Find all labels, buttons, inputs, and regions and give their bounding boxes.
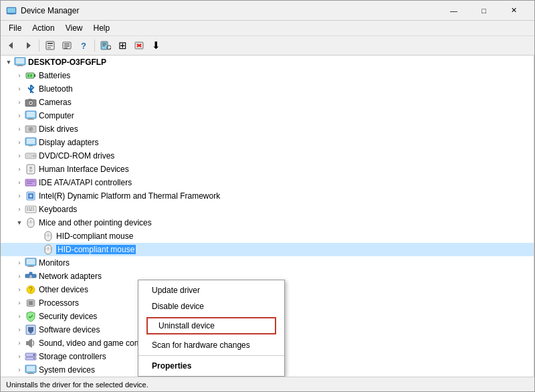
svg-rect-50 bbox=[29, 171, 32, 172]
svg-rect-29 bbox=[30, 74, 32, 77]
svg-rect-11 bbox=[64, 45, 70, 47]
tree-item-hid-mouse-1[interactable]: › HID-compliant mouse bbox=[1, 229, 534, 243]
svg-rect-52 bbox=[27, 181, 35, 182]
ctx-uninstall-device[interactable]: Uninstall device bbox=[146, 317, 276, 334]
system-expand[interactable]: › bbox=[14, 365, 25, 375]
software-expand[interactable]: › bbox=[14, 324, 25, 335]
svg-marker-96 bbox=[29, 338, 32, 348]
tree-item-monitors[interactable]: › Monitors bbox=[1, 256, 534, 270]
ctx-properties[interactable]: Properties bbox=[138, 358, 284, 374]
intel-expand[interactable]: › bbox=[14, 191, 25, 201]
intel-icon bbox=[25, 190, 37, 202]
svg-rect-104 bbox=[27, 373, 34, 374]
tree-item-dvd[interactable]: › DVD/CD-ROM drives bbox=[1, 149, 534, 163]
back-button[interactable] bbox=[3, 38, 19, 53]
tree-item-disk[interactable]: › Disk drives bbox=[1, 122, 534, 136]
security-icon bbox=[25, 310, 37, 322]
hid-label: Human Interface Devices bbox=[39, 165, 129, 174]
tree-item-keyboards[interactable]: › Keyboards bbox=[1, 203, 534, 216]
content-area: ▼ DESKTOP-O3FGFLP › Batter bbox=[1, 56, 534, 377]
svg-rect-61 bbox=[33, 207, 34, 209]
network-icon bbox=[25, 270, 37, 282]
list-button[interactable] bbox=[59, 38, 75, 53]
other-icon: ? bbox=[25, 284, 37, 296]
forward-button[interactable] bbox=[20, 38, 36, 53]
download-button[interactable]: ⬇ bbox=[148, 38, 164, 53]
processors-expand[interactable]: › bbox=[14, 298, 25, 308]
tree-item-intel[interactable]: › Intel(R) Dynamic Platform and Thermal … bbox=[1, 189, 534, 203]
mice-expand[interactable]: ▼ bbox=[14, 217, 25, 228]
computer2-icon bbox=[25, 110, 37, 122]
tree-item-ide[interactable]: › IDE ATA/ATAPI controllers bbox=[1, 176, 534, 189]
computer-icon bbox=[14, 56, 26, 68]
ide-icon bbox=[25, 177, 37, 189]
tree-panel[interactable]: ▼ DESKTOP-O3FGFLP › Batter bbox=[1, 56, 534, 377]
menu-help[interactable]: Help bbox=[88, 22, 116, 34]
monitors-icon bbox=[25, 257, 37, 269]
dvd-expand[interactable]: › bbox=[14, 151, 25, 161]
tree-root[interactable]: ▼ DESKTOP-O3FGFLP bbox=[1, 56, 534, 69]
tree-item-computer[interactable]: › Computer bbox=[1, 109, 534, 122]
security-label: Security devices bbox=[39, 312, 97, 321]
dvd-label: DVD/CD-ROM drives bbox=[39, 151, 114, 161]
keyboards-expand[interactable]: › bbox=[14, 204, 25, 215]
svg-rect-86 bbox=[29, 301, 33, 305]
svg-rect-35 bbox=[27, 112, 35, 117]
uninstall-button[interactable] bbox=[131, 38, 147, 53]
software-icon bbox=[25, 324, 37, 336]
storage-expand[interactable]: › bbox=[14, 351, 25, 362]
svg-rect-45 bbox=[27, 155, 32, 157]
properties-button[interactable] bbox=[42, 38, 58, 53]
tree-item-bluetooth[interactable]: › Bluetooth bbox=[1, 82, 534, 96]
svg-rect-28 bbox=[27, 74, 29, 77]
root-expand-icon[interactable]: ▼ bbox=[3, 57, 14, 68]
menu-action[interactable]: Action bbox=[27, 22, 60, 34]
intel-label: Intel(R) Dynamic Platform and Thermal Fr… bbox=[39, 191, 220, 201]
dvd-icon bbox=[25, 150, 37, 162]
help-button[interactable]: ? bbox=[76, 38, 92, 53]
tree-item-batteries[interactable]: › Batteries bbox=[1, 69, 534, 82]
sound-expand[interactable]: › bbox=[14, 338, 25, 349]
svg-rect-53 bbox=[27, 183, 32, 184]
security-expand[interactable]: › bbox=[14, 311, 25, 322]
computer-expand[interactable]: › bbox=[14, 110, 25, 121]
batteries-expand[interactable]: › bbox=[14, 70, 25, 81]
maximize-button[interactable]: □ bbox=[469, 1, 499, 21]
ide-expand[interactable]: › bbox=[14, 177, 25, 188]
disk-icon bbox=[25, 123, 37, 135]
tree-item-display[interactable]: › Display adapters bbox=[1, 136, 534, 149]
svg-rect-80 bbox=[32, 274, 36, 278]
ctx-update-driver[interactable]: Update driver bbox=[138, 282, 284, 298]
hid-mouse1-icon bbox=[42, 230, 54, 242]
tree-item-mice[interactable]: ▼ Mice and other pointing devices bbox=[1, 216, 534, 229]
toolbar-separator-2 bbox=[94, 39, 95, 52]
ide-label: IDE ATA/ATAPI controllers bbox=[39, 178, 132, 187]
cameras-expand[interactable]: › bbox=[14, 97, 25, 108]
device-manager-window: Device Manager — □ ✕ File Action View He… bbox=[0, 0, 535, 392]
disk-expand[interactable]: › bbox=[14, 124, 25, 134]
tree-item-hid-mouse-2[interactable]: › HID-compliant mouse bbox=[1, 243, 534, 256]
svg-rect-42 bbox=[27, 138, 35, 144]
minimize-button[interactable]: — bbox=[439, 1, 469, 21]
ctx-disable-device[interactable]: Disable device bbox=[138, 298, 284, 314]
menu-file[interactable]: File bbox=[3, 22, 27, 34]
display-icon bbox=[25, 136, 37, 149]
cameras-icon bbox=[25, 96, 37, 108]
ctx-scan-hardware[interactable]: Scan for hardware changes bbox=[138, 337, 284, 353]
svg-rect-64 bbox=[33, 209, 34, 211]
display-expand[interactable]: › bbox=[14, 137, 25, 148]
close-button[interactable]: ✕ bbox=[499, 1, 529, 21]
scan-button[interactable] bbox=[98, 38, 114, 53]
hid-mouse2-label: HID-compliant mouse bbox=[56, 245, 136, 254]
bluetooth-expand[interactable]: › bbox=[14, 84, 25, 94]
menu-view[interactable]: View bbox=[60, 22, 88, 34]
display-label: Display adapters bbox=[39, 138, 98, 147]
tree-item-cameras[interactable]: › Cameras bbox=[1, 96, 534, 109]
hid-expand[interactable]: › bbox=[14, 164, 25, 175]
tree-item-hid[interactable]: › Human Interface Devices bbox=[1, 163, 534, 176]
svg-rect-75 bbox=[27, 259, 35, 264]
network-expand[interactable]: › bbox=[14, 271, 25, 282]
monitors-expand[interactable]: › bbox=[14, 258, 25, 268]
other-expand[interactable]: › bbox=[14, 284, 25, 295]
driver-button[interactable]: ⊞ bbox=[114, 38, 130, 53]
